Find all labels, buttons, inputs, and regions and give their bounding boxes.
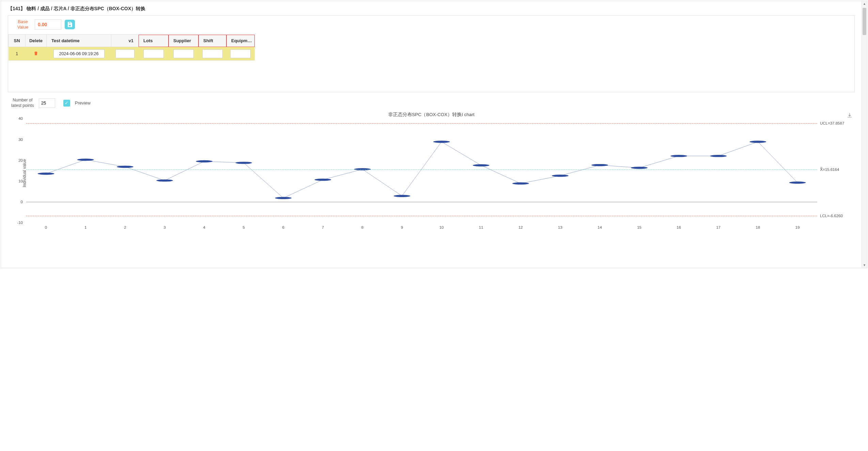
lots-input[interactable] (143, 49, 164, 58)
x-tick: 2 (124, 223, 126, 229)
series-point (710, 155, 727, 157)
chart-download-button[interactable] (847, 112, 853, 118)
datetime-input[interactable]: 2024-06-06 09:19:26 (53, 49, 105, 58)
chart-plot: -100102030400123456789101112131415161718… (26, 118, 817, 223)
x-tick: 6 (282, 223, 284, 229)
series-point (315, 179, 331, 181)
series-point (552, 175, 569, 177)
x-tick: 13 (558, 223, 563, 229)
cell-delete (26, 47, 47, 61)
reference-line (26, 123, 817, 124)
preview-label: Preview (75, 100, 91, 106)
cell-supplier (169, 47, 199, 61)
series-line (46, 142, 798, 198)
series-point (235, 162, 252, 164)
col-sn: SN (9, 35, 26, 47)
cell-lots (139, 47, 169, 61)
x-tick: 7 (322, 223, 324, 229)
base-label-line2: Value (17, 25, 28, 30)
base-value-input[interactable] (35, 19, 61, 30)
series-point (117, 166, 133, 168)
x-tick: 10 (439, 223, 444, 229)
x-tick: 18 (756, 223, 760, 229)
cell-shift (199, 47, 226, 61)
series-point (631, 167, 648, 169)
y-tick: -10 (17, 221, 26, 225)
table-row: 1 2024-06-06 09:19:26 (9, 47, 255, 61)
preview-checkbox[interactable]: ✓ (63, 100, 70, 107)
col-lots: Lots (139, 35, 169, 47)
x-tick: 19 (795, 223, 800, 229)
cell-datetime: 2024-06-06 09:19:26 (47, 47, 111, 61)
x-tick: 9 (401, 223, 403, 229)
zero-line (26, 202, 817, 202)
x-tick: 4 (203, 223, 205, 229)
svg-rect-1 (69, 25, 71, 27)
col-datetime: Test datetime (47, 35, 111, 47)
col-shift: Shift (199, 35, 226, 47)
reference-label: X̄=15.6164 (817, 167, 839, 172)
scroll-down-button[interactable]: ▼ (862, 262, 867, 268)
x-tick: 5 (243, 223, 245, 229)
equipment-input[interactable] (230, 49, 251, 58)
reference-label: UCL=37.8587 (817, 121, 844, 125)
x-tick: 12 (518, 223, 523, 229)
latest-label-line2: latest points (11, 103, 34, 108)
x-tick: 17 (716, 223, 721, 229)
latest-points-input[interactable] (39, 98, 55, 108)
save-icon (67, 21, 73, 28)
series-point (433, 141, 450, 143)
series-point (749, 141, 766, 143)
x-tick: 8 (361, 223, 363, 229)
reference-line (26, 216, 817, 216)
table-empty-space (8, 61, 854, 92)
col-v1: v1 (111, 35, 139, 47)
series-point (670, 155, 687, 157)
v1-input[interactable] (115, 49, 135, 58)
x-tick: 11 (479, 223, 483, 229)
scroll-up-button[interactable]: ▲ (862, 1, 867, 6)
x-tick: 15 (637, 223, 642, 229)
delete-row-button[interactable] (33, 51, 38, 57)
cell-sn: 1 (9, 47, 26, 61)
series-point (394, 195, 410, 197)
y-tick: 10 (18, 179, 26, 183)
chart-title: 非正态分布SPC（BOX-COX）转换I chart (8, 110, 855, 118)
chart-area: 非正态分布SPC（BOX-COX）转换I chart Individual va… (8, 110, 855, 236)
preview-row: Number of latest points ✓ Preview (1, 97, 862, 109)
y-tick: 0 (21, 200, 26, 204)
series-point (275, 197, 292, 199)
cell-v1 (111, 47, 139, 61)
app-root: 【141】 物料 / 成品 / 芯片A / 非正态分布SPC（BOX-COX）转… (1, 1, 867, 268)
series-point (156, 180, 173, 182)
save-button[interactable] (65, 20, 75, 29)
x-tick: 0 (45, 223, 47, 229)
download-icon (847, 112, 853, 118)
chart-series (26, 118, 817, 223)
latest-points-label: Number of latest points (11, 98, 34, 108)
x-tick: 1 (84, 223, 86, 229)
y-tick: 20 (18, 158, 26, 162)
base-value-row: Base Value (8, 16, 854, 34)
vertical-scrollbar[interactable]: ▲ ▼ (862, 1, 867, 268)
scroll-thumb[interactable] (863, 8, 866, 35)
x-tick: 3 (163, 223, 165, 229)
content-pane: 【141】 物料 / 成品 / 芯片A / 非正态分布SPC（BOX-COX）转… (1, 1, 862, 268)
svg-rect-0 (69, 22, 71, 23)
trash-icon (33, 51, 38, 56)
series-point (77, 159, 94, 161)
data-table-wrap: SN Delete Test datetime v1 Lots Supplier… (8, 34, 854, 92)
latest-label-line1: Number of (13, 98, 32, 102)
y-tick: 40 (18, 116, 26, 120)
reference-label: LCL=-6.6260 (817, 214, 843, 218)
y-tick: 30 (18, 138, 26, 142)
col-delete: Delete (26, 35, 47, 47)
series-point (789, 182, 806, 184)
col-equipment: Equipm… (226, 35, 255, 47)
col-supplier: Supplier (169, 35, 199, 47)
reference-line (26, 170, 817, 170)
base-label-line1: Base (18, 19, 28, 24)
shift-input[interactable] (202, 49, 223, 58)
supplier-input[interactable] (173, 49, 194, 58)
series-point (591, 164, 608, 166)
